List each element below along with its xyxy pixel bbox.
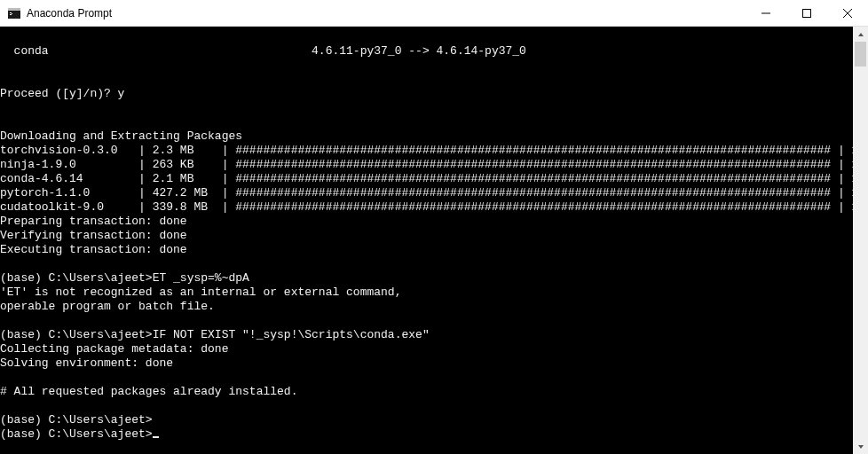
svg-rect-2 [10, 12, 12, 13]
cursor [153, 436, 159, 438]
window-titlebar: Anaconda Prompt [0, 0, 868, 27]
svg-marker-10 [858, 445, 864, 449]
svg-rect-6 [803, 9, 811, 17]
app-icon [7, 6, 21, 20]
vertical-scrollbar[interactable] [853, 27, 868, 454]
svg-marker-9 [858, 33, 864, 36]
terminal-output[interactable]: conda 4.6.11-py37_0 --> 4.6.14-py37_0 Pr… [0, 27, 853, 454]
scrollbar-thumb[interactable] [855, 42, 866, 67]
svg-rect-4 [10, 14, 12, 15]
terminal-wrap: conda 4.6.11-py37_0 --> 4.6.14-py37_0 Pr… [0, 27, 868, 454]
scroll-down-button[interactable] [853, 439, 868, 454]
window-controls [746, 0, 868, 26]
minimize-button[interactable] [746, 0, 786, 26]
close-button[interactable] [827, 0, 868, 26]
svg-rect-1 [8, 8, 20, 11]
svg-rect-3 [12, 13, 12, 14]
window-title: Anaconda Prompt [27, 7, 746, 20]
maximize-button[interactable] [786, 0, 827, 26]
scroll-up-button[interactable] [853, 27, 868, 42]
